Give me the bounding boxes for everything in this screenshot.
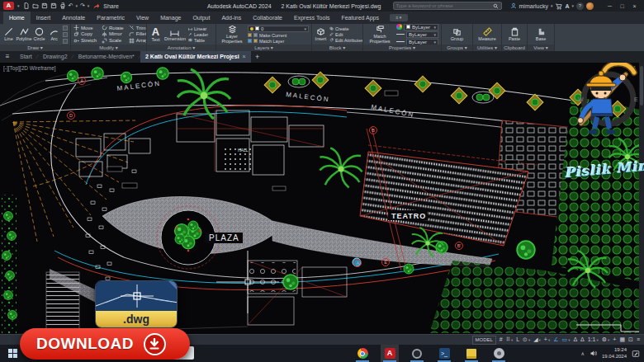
hatch-icon[interactable]	[63, 39, 68, 44]
text-tool[interactable]: A Text	[149, 26, 162, 43]
viewport-controls[interactable]: [-][Top][2D Wireframe]	[3, 65, 56, 71]
username[interactable]: mimarlucky	[519, 3, 548, 9]
leader-tool[interactable]: Leader	[188, 32, 208, 37]
polyline-tool[interactable]: Polyline	[17, 27, 31, 42]
minimize-button[interactable]: ─	[604, 3, 616, 9]
object-color-dropdown[interactable]: ByLayer▾	[396, 24, 438, 31]
ribbon-tab-output[interactable]: Output	[187, 12, 215, 24]
taskbar-app-terminal[interactable]: >_	[435, 345, 453, 362]
autodesk-chevron-icon[interactable]: ▾	[571, 3, 574, 8]
create-block-tool[interactable]: Create	[329, 26, 362, 31]
trim-tool[interactable]: Trim	[129, 25, 146, 31]
share-icon[interactable]	[92, 2, 100, 10]
tab-close-icon[interactable]: ×	[243, 54, 246, 59]
start-button-icon[interactable]	[8, 349, 17, 358]
panel-label-draw[interactable]: Draw ▾	[0, 45, 70, 51]
file-tab-active[interactable]: 2 Katlı Oval Kültür Merkezi Projesi×	[140, 51, 251, 63]
panel-label-annotation[interactable]: Annotation ▾	[147, 45, 215, 51]
undo-icon[interactable]: ↶	[69, 2, 73, 9]
make-current-tool[interactable]: Make Current	[248, 33, 309, 38]
tray-chevron-icon[interactable]: ∧	[581, 350, 585, 356]
ribbon-tab-home[interactable]: Home	[3, 12, 31, 24]
redo-icon[interactable]: ↷	[80, 2, 85, 9]
annotation-visibility-icon[interactable]: Δ	[573, 336, 577, 344]
polar-tracking-icon[interactable]: ⊙▾	[523, 336, 530, 344]
annotation-scale-icon-chevron[interactable]: ▾	[597, 338, 599, 342]
scrollbar-thumb[interactable]	[640, 66, 643, 106]
ribbon-tab-insert[interactable]: Insert	[31, 12, 57, 24]
isolate-objects-icon[interactable]: ▦	[619, 336, 625, 344]
annotation-scale-icon[interactable]: 1:1▾	[588, 336, 599, 344]
object-snap-icon-chevron[interactable]: ▾	[568, 338, 570, 342]
workspace-switching-icon-chevron[interactable]: ▾	[608, 338, 609, 342]
grid-display-icon[interactable]: #	[500, 336, 503, 344]
arc-tool[interactable]: Arc	[48, 27, 60, 42]
model-space-toggle[interactable]: MODEL	[472, 336, 496, 345]
match-properties-tool[interactable]: Match Properties	[366, 25, 394, 45]
undo-chevron-icon[interactable]: ▾	[75, 3, 78, 8]
ortho-mode-icon[interactable]: L	[516, 336, 519, 344]
taskbar-app-misc[interactable]	[490, 345, 508, 362]
snap-mode-icon-chevron[interactable]: ▾	[511, 338, 513, 342]
dynamic-input-icon-chevron[interactable]: ▾	[548, 338, 550, 342]
move-tool[interactable]: Move	[73, 25, 97, 31]
ribbon-tab-parametric[interactable]: Parametric	[91, 12, 130, 24]
ribbon-tab-view[interactable]: View	[130, 12, 154, 24]
app-store-cart-icon[interactable]	[555, 2, 562, 10]
panel-label-layers[interactable]: Layers ▾	[216, 45, 311, 51]
taskbar-app-chrome[interactable]	[353, 345, 372, 362]
panel-label-view[interactable]: View ▾	[528, 45, 554, 51]
ribbon-tab-featured-apps[interactable]: Featured Apps	[335, 12, 385, 24]
measure-tool[interactable]: Measure	[478, 27, 495, 42]
panel-label-properties[interactable]: Properties ▾	[363, 45, 441, 51]
table-tool[interactable]: Table	[188, 38, 208, 43]
group-tool[interactable]: Group	[451, 27, 463, 42]
ribbon-tab-express-tools[interactable]: Express Tools	[288, 12, 335, 24]
autocad-app-icon[interactable]: A	[3, 2, 14, 10]
taskbar-app-autocad[interactable]: A	[381, 345, 399, 362]
model-space-canvas[interactable]: W E PLAZA TEATRO HALL MALECÓNMALECÓNMALE…	[0, 63, 644, 334]
mirror-tool[interactable]: Mirror	[102, 31, 124, 38]
graphics-performance-icon[interactable]: ⊡	[628, 336, 633, 344]
volume-icon[interactable]	[590, 350, 597, 357]
lineweight-dropdown[interactable]: ByLayer▾	[396, 31, 438, 38]
panel-label-block[interactable]: Block ▾	[312, 45, 362, 51]
object-snap-icon[interactable]: ▭▾	[562, 336, 571, 344]
edit-block-tool[interactable]: Edit	[329, 32, 362, 37]
base-view-tool[interactable]: Base	[535, 27, 547, 42]
vertical-scrollbar[interactable]	[639, 63, 644, 334]
help-search-box[interactable]	[393, 2, 502, 10]
circle-tool[interactable]: Circle	[33, 27, 45, 42]
scale-tool[interactable]: Scale	[102, 37, 124, 44]
ribbon-display-toggle[interactable]: ≡ ▾	[390, 14, 408, 21]
close-button[interactable]: ×	[628, 3, 641, 9]
draw-extra-tools[interactable]	[63, 26, 68, 44]
dynamic-input-icon[interactable]: +▾	[544, 336, 550, 344]
help-icon[interactable]: ?	[576, 2, 584, 10]
line-tool[interactable]: Line	[2, 27, 15, 42]
dimension-tool[interactable]: Dimension	[164, 27, 186, 42]
linetype-dropdown[interactable]: ByLayer▾	[396, 39, 438, 45]
edit-attributes-tool[interactable]: Edit Attributes	[329, 38, 362, 43]
annotation-autoscale-icon[interactable]: Δ	[580, 336, 585, 344]
panel-label-groups[interactable]: Groups ▾	[442, 45, 472, 51]
rectangle-icon[interactable]	[63, 26, 68, 31]
isometric-drafting-icon[interactable]: ◢▾	[533, 336, 541, 344]
autodesk-a-icon[interactable]: A	[565, 3, 569, 9]
workspace-switching-icon[interactable]: ⚙▾	[602, 336, 610, 344]
user-chevron-icon[interactable]: ▾	[551, 3, 553, 8]
save-as-icon[interactable]	[50, 2, 57, 9]
snap-mode-icon[interactable]: ⠿▾	[506, 336, 513, 344]
paste-tool[interactable]: Paste	[509, 27, 521, 42]
taskbar-clock[interactable]: 19:24 19.04.2024	[602, 347, 627, 359]
ribbon-tab-collaborate[interactable]: Collaborate	[247, 12, 288, 24]
save-icon[interactable]	[41, 2, 48, 9]
object-snap-tracking-icon[interactable]: ∠	[553, 336, 558, 344]
panel-label-utilities[interactable]: Utilities ▾	[473, 45, 501, 51]
layer-properties-tool[interactable]: Layer Properties	[219, 25, 245, 45]
plot-icon[interactable]	[59, 2, 66, 9]
ribbon-tab-manage[interactable]: Manage	[154, 12, 187, 24]
file-tab-0[interactable]: Start	[15, 51, 37, 63]
polar-tracking-icon-chevron[interactable]: ▾	[528, 338, 530, 342]
ribbon-tab-add-ins[interactable]: Add-ins	[215, 12, 247, 24]
